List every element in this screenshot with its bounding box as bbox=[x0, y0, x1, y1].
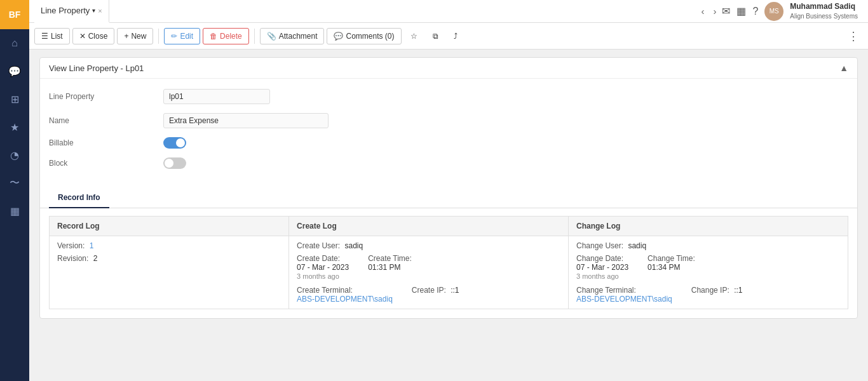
revision-entry: Revision: 2 bbox=[57, 254, 281, 263]
create-date-ago: 3 months ago bbox=[297, 272, 339, 280]
mail-icon[interactable]: ✉ bbox=[722, 5, 730, 17]
change-time-value: 01:34 PM bbox=[648, 263, 680, 272]
toolbar: ☰ List ✕ Close + New ✏ Edit 🗑 Delete 📎 A… bbox=[29, 23, 868, 50]
main-area: Line Property ▾ × ‹ › ✉ ▦ ? MS Muhammad … bbox=[29, 0, 868, 381]
change-ip-label: Change IP: bbox=[691, 286, 729, 295]
sidebar-item-home[interactable]: ⌂ bbox=[0, 29, 29, 57]
card-body: Line Property Name Billable bbox=[40, 79, 857, 188]
share-button[interactable]: ⤴ bbox=[447, 29, 464, 44]
close-icon: ✕ bbox=[79, 32, 86, 41]
comments-icon: 💬 bbox=[334, 32, 343, 41]
change-user-value: sadiq bbox=[628, 241, 646, 250]
record-info-section: Record Log Create Log Change Log Version… bbox=[40, 208, 857, 318]
topbar: Line Property ▾ × ‹ › ✉ ▦ ? MS Muhammad … bbox=[29, 0, 868, 23]
sidebar-item-bar[interactable]: ▦ bbox=[0, 197, 29, 225]
toggle-knob bbox=[176, 138, 185, 147]
comments-button[interactable]: 💬 Comments (0) bbox=[327, 28, 401, 44]
divider2 bbox=[254, 29, 255, 44]
line-property-input[interactable] bbox=[163, 89, 270, 104]
create-ip-col: Create IP: ::1 bbox=[412, 286, 459, 304]
new-button[interactable]: + New bbox=[117, 28, 153, 44]
bookmark-button[interactable]: ☆ bbox=[404, 29, 424, 44]
sidebar-item-star[interactable]: ★ bbox=[0, 113, 29, 141]
app-logo[interactable]: BF bbox=[0, 0, 29, 29]
delete-label: Delete bbox=[220, 32, 242, 41]
create-time-col: Create Time: 01:31 PM bbox=[368, 254, 414, 281]
revision-label: Revision: bbox=[57, 254, 88, 263]
help-icon[interactable]: ? bbox=[752, 6, 758, 17]
create-ip-label: Create IP: bbox=[412, 286, 446, 295]
nav-prev-button[interactable]: ‹ bbox=[698, 4, 707, 18]
form-card: View Line Property - Lp01 ▲ Line Propert… bbox=[39, 57, 858, 319]
line-property-row: Line Property bbox=[49, 89, 848, 104]
sidebar-item-grid[interactable]: ⊞ bbox=[0, 85, 29, 113]
record-info-table: Record Log Create Log Change Log Version… bbox=[49, 216, 848, 309]
change-ip-col: Change IP: ::1 bbox=[691, 286, 743, 304]
block-toggle[interactable] bbox=[163, 157, 186, 169]
record-log-header: Record Log bbox=[50, 217, 289, 236]
create-time-value: 01:31 PM bbox=[368, 263, 400, 272]
sidebar-item-chat[interactable]: 💬 bbox=[0, 57, 29, 85]
create-user-value: sadiq bbox=[344, 241, 363, 250]
record-log-cell: Version: 1 Revision: 2 bbox=[50, 236, 289, 309]
change-terminal-label: Change Terminal: bbox=[576, 286, 636, 295]
change-log-header: Change Log bbox=[569, 217, 848, 236]
content-area: View Line Property - Lp01 ▲ Line Propert… bbox=[29, 50, 868, 381]
tab-dropdown-icon[interactable]: ▾ bbox=[92, 7, 95, 14]
topbar-right: ✉ ▦ ? MS Muhammad Sadiq Align Business S… bbox=[722, 2, 863, 21]
block-row: Block bbox=[49, 157, 848, 169]
change-ip-value: ::1 bbox=[734, 286, 742, 295]
comments-label: Comments (0) bbox=[346, 32, 394, 41]
create-log-cell: Create User: sadiq Create Date: 07 - Mar… bbox=[289, 236, 569, 309]
name-label: Name bbox=[49, 116, 163, 125]
create-terminal-col: Create Terminal: ABS-DEVELOPMENT\sadiq bbox=[297, 286, 393, 304]
close-button[interactable]: ✕ Close bbox=[72, 28, 115, 44]
billable-label: Billable bbox=[49, 138, 163, 147]
create-terminal-label: Create Terminal: bbox=[297, 286, 353, 295]
tab-record-info[interactable]: Record Info bbox=[49, 188, 109, 208]
block-toggle-wrap bbox=[163, 157, 186, 169]
collapse-icon[interactable]: ▲ bbox=[839, 63, 848, 73]
sidebar-item-chart[interactable]: ◔ bbox=[0, 141, 29, 169]
active-tab[interactable]: Line Property ▾ × bbox=[34, 0, 109, 23]
change-date-col: Change Date: 07 - Mar - 2023 3 months ag… bbox=[576, 254, 628, 281]
create-date-value: 07 - Mar - 2023 bbox=[297, 263, 349, 272]
tab-label: Line Property bbox=[41, 6, 90, 15]
new-label: New bbox=[131, 32, 146, 41]
block-toggle-knob bbox=[165, 159, 173, 168]
avatar[interactable]: MS bbox=[764, 2, 783, 21]
create-terminal-ip-row: Create Terminal: ABS-DEVELOPMENT\sadiq C… bbox=[297, 286, 560, 304]
close-label: Close bbox=[88, 32, 108, 41]
tab-close-icon[interactable]: × bbox=[98, 7, 102, 15]
attachment-button[interactable]: 📎 Attachment bbox=[260, 28, 325, 44]
create-terminal-value: ABS-DEVELOPMENT\sadiq bbox=[297, 295, 393, 304]
change-time-label: Change Time: bbox=[648, 254, 695, 263]
name-row: Name bbox=[49, 113, 848, 128]
revision-value: 2 bbox=[93, 254, 98, 263]
nav-next-button[interactable]: › bbox=[710, 4, 719, 18]
delete-button[interactable]: 🗑 Delete bbox=[203, 28, 249, 44]
sidebar-item-activity[interactable]: 〜 bbox=[0, 169, 29, 197]
billable-toggle[interactable] bbox=[163, 137, 186, 149]
copy-button[interactable]: ⧉ bbox=[426, 29, 445, 44]
create-date-time-row: Create Date: 07 - Mar - 2023 3 months ag… bbox=[297, 254, 560, 281]
create-user-entry: Create User: sadiq bbox=[297, 241, 560, 250]
create-time-label: Create Time: bbox=[368, 254, 412, 263]
list-button[interactable]: ☰ List bbox=[34, 28, 70, 44]
chart-icon[interactable]: ▦ bbox=[736, 5, 746, 17]
divider1 bbox=[158, 29, 159, 44]
card-header: View Line Property - Lp01 ▲ bbox=[40, 58, 857, 79]
delete-icon: 🗑 bbox=[210, 32, 217, 41]
user-name: Muhammad Sadiq bbox=[790, 2, 858, 12]
version-label: Version: bbox=[57, 241, 85, 250]
change-terminal-value: ABS-DEVELOPMENT\sadiq bbox=[576, 295, 672, 304]
line-property-label: Line Property bbox=[49, 92, 163, 101]
create-ip-value: ::1 bbox=[451, 286, 459, 295]
name-input[interactable] bbox=[163, 113, 329, 128]
list-icon: ☰ bbox=[41, 32, 48, 41]
change-terminal-col: Change Terminal: ABS-DEVELOPMENT\sadiq bbox=[576, 286, 672, 304]
change-date-time-row: Change Date: 07 - Mar - 2023 3 months ag… bbox=[576, 254, 840, 281]
more-button[interactable]: ⋮ bbox=[844, 28, 863, 44]
change-date-label: Change Date: bbox=[576, 254, 623, 263]
edit-button[interactable]: ✏ Edit bbox=[164, 28, 200, 44]
